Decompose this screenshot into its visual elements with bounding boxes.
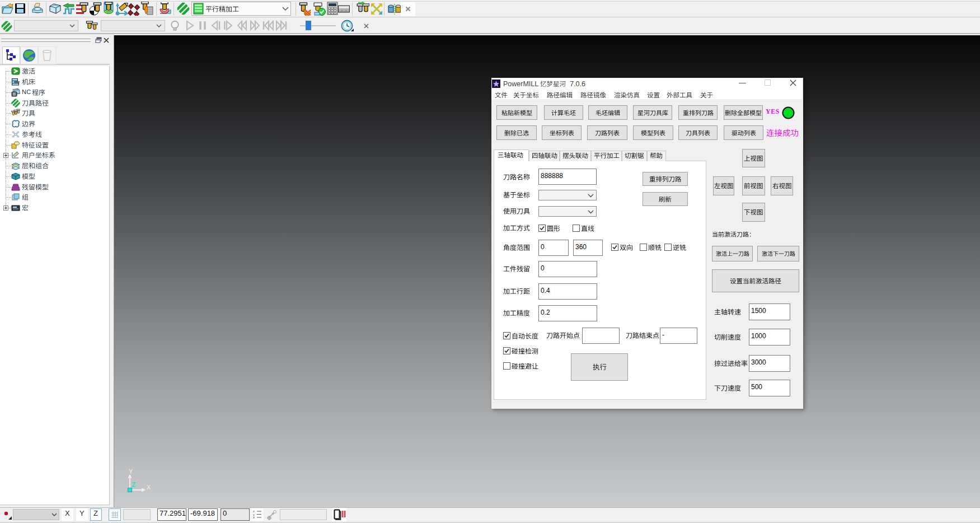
svg-text:X: X bbox=[147, 484, 151, 491]
svg-text:Z: Z bbox=[132, 481, 135, 489]
svg-text:z: z bbox=[253, 516, 255, 519]
svg-text:Y: Y bbox=[129, 468, 133, 475]
